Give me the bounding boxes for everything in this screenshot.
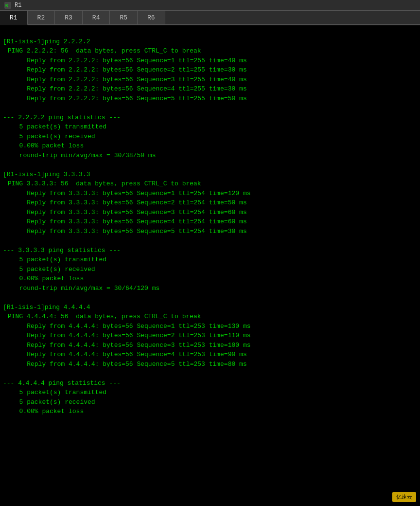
reply-line: Reply from 2.2.2.2: bytes=56 Sequence=5 … (3, 94, 417, 104)
ping-header: PING 4.4.4.4: 56 data bytes, press CTRL_… (3, 312, 417, 322)
watermark: 亿速云 (392, 492, 416, 502)
command-line: [R1-isis-1]ping 3.3.3.3 (3, 170, 417, 180)
reply-line: Reply from 4.4.4.4: bytes=56 Sequence=4 … (3, 350, 417, 360)
tab-r4[interactable]: R4 (83, 11, 110, 24)
stats-header: --- 2.2.2.2 ping statistics --- (3, 113, 417, 123)
tab-r2[interactable]: R2 (28, 11, 55, 24)
stats-line: 5 packet(s) received (3, 398, 417, 407)
titlebar: R R1 (0, 0, 420, 11)
reply-line: Reply from 4.4.4.4: bytes=56 Sequence=2 … (3, 331, 417, 341)
blank-line (3, 236, 417, 246)
svg-text:R: R (5, 3, 8, 8)
tab-r6[interactable]: R6 (138, 11, 165, 24)
reply-line: Reply from 2.2.2.2: bytes=56 Sequence=3 … (3, 75, 417, 85)
reply-line: Reply from 4.4.4.4: bytes=56 Sequence=1 … (3, 322, 417, 331)
blank-line (3, 369, 417, 379)
stats-line: 5 packet(s) received (3, 132, 417, 142)
reply-line: Reply from 3.3.3.3: bytes=56 Sequence=4 … (3, 217, 417, 227)
tabbar: R1R2R3R4R5R6 (0, 11, 420, 25)
reply-line: Reply from 2.2.2.2: bytes=56 Sequence=4 … (3, 84, 417, 94)
stats-line: round-trip min/avg/max = 30/38/50 ms (3, 151, 417, 161)
stats-line: round-trip min/avg/max = 30/64/120 ms (3, 284, 417, 293)
reply-line: Reply from 2.2.2.2: bytes=56 Sequence=1 … (3, 56, 417, 66)
blank-line (3, 293, 417, 303)
command-line: [R1-isis-1]ping 4.4.4.4 (3, 303, 417, 312)
tab-r3[interactable]: R3 (55, 11, 83, 24)
ping-header: PING 3.3.3.3: 56 data bytes, press CTRL_… (3, 179, 417, 189)
blank-line (3, 103, 417, 113)
terminal-output[interactable]: [R1-isis-1]ping 2.2.2.2 PING 2.2.2.2: 56… (0, 25, 420, 506)
reply-line: Reply from 4.4.4.4: bytes=56 Sequence=3 … (3, 341, 417, 350)
stats-line: 0.00% packet loss (3, 407, 417, 416)
tab-r1[interactable]: R1 (0, 11, 28, 25)
reply-line: Reply from 3.3.3.3: bytes=56 Sequence=3 … (3, 208, 417, 217)
blank-line (3, 160, 417, 170)
stats-line: 5 packet(s) received (3, 265, 417, 274)
reply-line: Reply from 3.3.3.3: bytes=56 Sequence=5 … (3, 227, 417, 236)
stats-header: --- 3.3.3.3 ping statistics --- (3, 246, 417, 255)
reply-line: Reply from 3.3.3.3: bytes=56 Sequence=2 … (3, 198, 417, 208)
stats-line: 0.00% packet loss (3, 141, 417, 151)
stats-line: 5 packet(s) transmitted (3, 388, 417, 398)
stats-line: 0.00% packet loss (3, 274, 417, 284)
ping-header: PING 2.2.2.2: 56 data bytes, press CTRL_… (3, 46, 417, 56)
stats-header: --- 4.4.4.4 ping statistics --- (3, 379, 417, 388)
command-line: [R1-isis-1]ping 2.2.2.2 (3, 37, 417, 47)
app-icon: R (4, 1, 12, 9)
reply-line: Reply from 3.3.3.3: bytes=56 Sequence=1 … (3, 189, 417, 199)
reply-line: Reply from 2.2.2.2: bytes=56 Sequence=2 … (3, 65, 417, 75)
reply-line: Reply from 4.4.4.4: bytes=56 Sequence=5 … (3, 360, 417, 369)
window-title: R1 (15, 2, 21, 9)
stats-line: 5 packet(s) transmitted (3, 255, 417, 265)
tab-r5[interactable]: R5 (110, 11, 138, 24)
stats-line: 5 packet(s) transmitted (3, 122, 417, 132)
